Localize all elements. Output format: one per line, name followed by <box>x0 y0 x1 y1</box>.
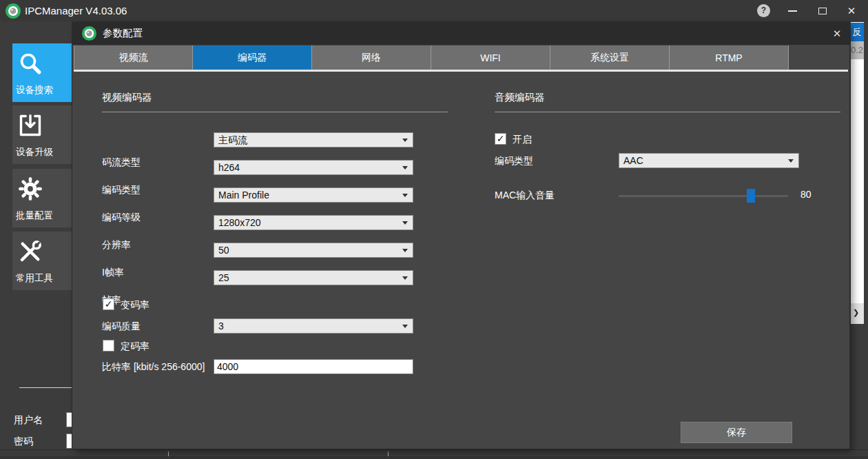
sidebar-item-label: 设备搜索 <box>16 84 53 96</box>
dropdown-arrow-icon <box>402 194 408 197</box>
parameter-config-dialog: 参数配置 ✕ 视频流 编码器 网络 WIFI 系统设置 RTMP 视频编码器 码… <box>72 22 849 449</box>
stream-type-value: 主码流 <box>218 133 247 147</box>
background-value-cell: 0.2 <box>851 41 864 59</box>
minimize-icon <box>788 10 797 12</box>
password-label: 密码 <box>14 436 33 448</box>
sidebar-divider <box>19 387 72 388</box>
dialog-close-button[interactable]: ✕ <box>825 22 849 45</box>
tab-encoder[interactable]: 编码器 <box>193 45 312 70</box>
video-encoder-section-rule <box>102 112 448 112</box>
iframe-rate-dropdown[interactable]: 50 <box>214 243 413 258</box>
mic-volume-slider[interactable] <box>619 189 788 203</box>
sidebar-item-common-tools[interactable]: 常用工具 <box>12 232 72 290</box>
close-button[interactable]: ✕ <box>838 0 865 21</box>
audio-encoder-section-rule <box>495 112 840 112</box>
dialog-tabs: 视频流 编码器 网络 WIFI 系统设置 RTMP <box>74 45 789 70</box>
video-encode-type-dropdown[interactable]: h264 <box>214 160 413 175</box>
bitrate-label: 比特率 [kbit/s 256-6000] <box>102 361 205 374</box>
save-button[interactable]: 保存 <box>681 422 792 443</box>
dropdown-arrow-icon <box>788 159 794 163</box>
dropdown-arrow-icon <box>402 221 408 225</box>
background-device-panel: 反 0.2 ❯ <box>851 22 864 324</box>
dialog-titlebar: 参数配置 ✕ <box>72 22 849 45</box>
tab-wifi[interactable]: WIFI <box>431 45 550 70</box>
cbr-label: 定码率 <box>121 340 149 353</box>
dialog-title: 参数配置 <box>103 22 143 45</box>
encode-quality-dropdown[interactable]: 3 <box>214 318 413 334</box>
encode-level-label: 编码等级 <box>102 212 141 224</box>
audio-encode-type-value: AAC <box>623 154 643 167</box>
dropdown-arrow-icon <box>402 325 408 328</box>
mic-volume-value: 80 <box>800 189 812 200</box>
sidebar: 设备搜索 设备升级 <box>0 21 72 449</box>
vbr-label: 变码率 <box>121 299 149 312</box>
background-selected-cell: 反 <box>851 23 864 41</box>
video-encode-type-label: 编码类型 <box>102 184 141 196</box>
username-input[interactable] <box>66 412 72 427</box>
dropdown-arrow-icon <box>402 139 408 142</box>
encode-level-value: Main Profile <box>218 188 269 202</box>
cbr-checkbox[interactable] <box>103 340 114 351</box>
audio-encode-type-label: 编码类型 <box>495 155 533 167</box>
dialog-logo-icon <box>82 26 96 41</box>
search-icon <box>18 51 43 76</box>
resolution-dropdown[interactable]: 1280x720 <box>214 215 413 230</box>
main-titlebar: IPCManager V4.03.06 ? ✕ <box>0 0 868 21</box>
frame-rate-value: 25 <box>218 271 229 285</box>
slider-track <box>619 195 788 197</box>
tools-icon <box>18 239 43 264</box>
audio-enable-checkbox[interactable]: ✓ <box>495 133 506 145</box>
sidebar-item-label: 批量配置 <box>16 210 53 222</box>
help-button[interactable]: ? <box>757 4 770 17</box>
encode-quality-value: 3 <box>218 319 224 333</box>
encode-level-dropdown[interactable]: Main Profile <box>214 187 413 203</box>
vbr-checkbox[interactable]: ✓ <box>103 298 114 310</box>
app-logo-icon <box>6 3 21 19</box>
frame-rate-dropdown[interactable]: 25 <box>214 270 413 285</box>
volume-slider-handle[interactable] <box>747 189 755 203</box>
tab-video-stream[interactable]: 视频流 <box>74 45 193 70</box>
minimize-button[interactable] <box>778 0 806 21</box>
chevron-right-icon: ❯ <box>853 308 859 317</box>
tab-underline <box>74 70 848 72</box>
app-title: IPCManager V4.03.06 <box>25 0 127 21</box>
audio-encoder-section-title: 音频编码器 <box>495 91 545 104</box>
sidebar-item-batch-config[interactable]: 批量配置 <box>12 169 72 227</box>
username-label: 用户名 <box>14 414 43 427</box>
dropdown-arrow-icon <box>402 166 408 170</box>
tab-rtmp[interactable]: RTMP <box>670 45 789 70</box>
encode-quality-label: 编码质量 <box>102 320 141 333</box>
maximize-icon <box>818 8 827 14</box>
sidebar-item-label: 常用工具 <box>16 272 53 285</box>
bitrate-input[interactable] <box>214 359 413 374</box>
sidebar-item-device-search[interactable]: 设备搜索 <box>12 43 72 102</box>
window-bottom-edge <box>0 456 868 459</box>
maximize-button[interactable] <box>809 0 836 21</box>
sidebar-item-label: 设备升级 <box>16 146 53 159</box>
background-expand-band[interactable]: ❯ <box>851 303 864 324</box>
dropdown-arrow-icon <box>402 276 408 280</box>
resolution-value: 1280x720 <box>218 216 261 229</box>
audio-encode-type-dropdown[interactable]: AAC <box>619 153 799 168</box>
device-upgrade-icon <box>18 113 43 138</box>
gear-icon <box>18 176 43 201</box>
stream-type-dropdown[interactable]: 主码流 <box>214 132 413 147</box>
audio-enable-label: 开启 <box>513 134 532 146</box>
video-encode-type-value: h264 <box>218 161 240 174</box>
tab-network[interactable]: 网络 <box>312 45 431 70</box>
mic-volume-label: MAC输入音量 <box>495 190 555 202</box>
resolution-label: 分辨率 <box>102 239 131 252</box>
password-input[interactable] <box>66 434 72 449</box>
video-encoder-section-title: 视频编码器 <box>102 91 152 104</box>
sidebar-item-device-upgrade[interactable]: 设备升级 <box>12 105 72 164</box>
dropdown-arrow-icon <box>402 249 408 252</box>
tab-system-settings[interactable]: 系统设置 <box>550 45 670 70</box>
iframe-rate-label: I帧率 <box>102 267 124 279</box>
stream-type-label: 码流类型 <box>102 156 141 169</box>
app-window: IPCManager V4.03.06 ? ✕ 设备搜索 设备升级 <box>0 0 868 459</box>
iframe-rate-value: 50 <box>218 243 229 257</box>
